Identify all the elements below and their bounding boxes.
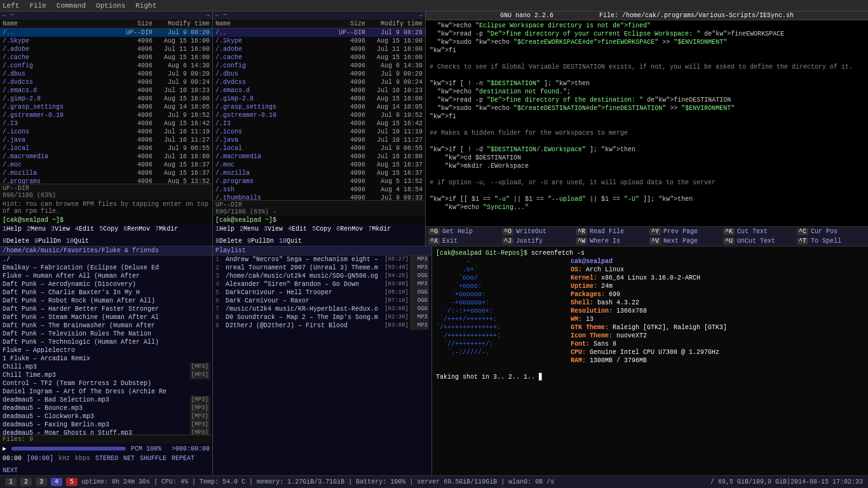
mp-track-row[interactable]: Control – TF2 (Team Fortress 2 Dubstep)	[0, 379, 212, 388]
mp-track-row[interactable]: deadmau5 – Clockwork.mp3[MP3]	[0, 412, 212, 421]
right-fm-row[interactable]: /.dbus4096Jul 9 09:29	[213, 70, 425, 78]
fm-shortcut[interactable]: 7Mkdir	[368, 226, 391, 233]
ws-5[interactable]: 5	[66, 478, 78, 486]
mp-body[interactable]: ./Emalkay – Fabrication (Eclipse (Deluxe…	[0, 255, 212, 435]
mp-track-row[interactable]: deadmau5 – Moar Ghosts n Stuff.mp3[MP3]	[0, 429, 212, 435]
pl-row[interactable]: 8D0 Soundtrack – Map 2 – The Imp's Song.…	[213, 313, 431, 322]
menu-file[interactable]: File	[29, 2, 46, 10]
nano-shortcut[interactable]: ^UUnCut Text	[721, 236, 794, 246]
right-fm-row[interactable]: /.I34096Aug 15 16:42	[213, 119, 425, 128]
pl-row[interactable]: 7/music/ut2k4 music/KR-Hyperblast-Redux.…	[213, 305, 431, 313]
fm-shortcut[interactable]: 9PullDn	[34, 238, 61, 245]
right-fm-row[interactable]: /.config4096Aug 6 14:30	[213, 62, 425, 70]
nano-shortcut[interactable]: ^KCut Text	[721, 227, 794, 236]
mp-track-row[interactable]: deadmau5 – Bad Selection.mp3[MP3]	[0, 396, 212, 404]
mp-track-row[interactable]: Daft Punk – The Brainwasher (Human After	[0, 322, 212, 330]
ws-3[interactable]: 3	[36, 478, 47, 486]
right-fm-row[interactable]: /.emacs.d4096Jul 10 10:23	[213, 86, 425, 95]
pl-row[interactable]: 4Alexander "Siren" Brandon – Go Down[03:…	[213, 280, 431, 288]
mp-track-row[interactable]: Daft Punk – Aerodynamic (Discovery)	[0, 280, 212, 288]
right-fm-row[interactable]: /.ssh4096Aug 4 16:54	[213, 186, 425, 194]
right-fm-row[interactable]: /.local4096Jul 9 06:55	[213, 144, 425, 152]
left-fm-row[interactable]: /.programs4096Aug 5 13:52	[0, 177, 212, 184]
left-fm-row[interactable]: /.local4096Jul 9 06:55	[0, 144, 212, 152]
fm-shortcut[interactable]: 8Delete	[3, 238, 29, 245]
fm-shortcut[interactable]: 6RenMov	[336, 226, 363, 233]
mp-ctrl-net[interactable]: NET	[123, 455, 135, 462]
right-fm-row[interactable]: /.gimp-2.84096Aug 15 16:00	[213, 95, 425, 103]
mp-track-row[interactable]: 1 Fluke – Arcadia Remix	[0, 355, 212, 363]
right-fm-row[interactable]: /.thumbnails4096Jul 9 09:33	[213, 194, 425, 200]
fm-shortcut[interactable]: 3View	[51, 226, 70, 233]
fm-shortcut[interactable]: 10Quit	[66, 238, 89, 245]
fm-shortcut[interactable]: 1Help	[3, 226, 22, 233]
right-fm-row[interactable]: /.cache4096Aug 15 16:00	[213, 53, 425, 62]
right-fm-row[interactable]: /.moc4096Aug 15 16:37	[213, 161, 425, 169]
nano-shortcut[interactable]: ^GGet Help	[426, 227, 499, 236]
term-body[interactable]: [cak@sealpad Git-Repos]$ screenfetch -s …	[432, 247, 868, 475]
ws-1[interactable]: 1	[5, 478, 17, 486]
fm-shortcut[interactable]: 1Help	[215, 226, 234, 233]
fm-shortcut[interactable]: 4Edit	[75, 226, 94, 233]
left-fm-row[interactable]: /.emacs.d4096Jul 10 10:23	[0, 86, 212, 95]
fm-shortcut[interactable]: 8Delete	[215, 238, 242, 245]
right-fm-body[interactable]: /..UP--DIRJul 9 08:28/.Skype4096Aug 15 1…	[213, 29, 425, 200]
right-fm-row[interactable]: /.dvdcss4096Jul 9 09:24	[213, 78, 425, 86]
pl-row[interactable]: 1Andrew "Necros" Sega – mechanism eight …	[213, 255, 431, 264]
nano-shortcut[interactable]: ^OWriteOut	[499, 227, 573, 236]
mp-ctrl-repeat[interactable]: REPEAT	[172, 455, 194, 462]
mp-track-row[interactable]: Emalkay – Fabrication (Eclipse (Deluxe E…	[0, 264, 212, 272]
menu-right[interactable]: Right	[135, 2, 156, 10]
left-fm-row[interactable]: /.dbus4096Jul 9 09:29	[0, 70, 212, 78]
right-fm-row[interactable]: /.Skype4096Aug 15 16:00	[213, 37, 425, 45]
mp-ctrl-next[interactable]: NEXT	[3, 467, 18, 474]
nano-shortcut[interactable]: ^WWhere Is	[573, 236, 647, 246]
right-fm-row[interactable]: /.programs4096Aug 5 13:52	[213, 177, 425, 186]
right-fm-row[interactable]: /.gstreamer-0.104096Jul 9 19:52	[213, 111, 425, 119]
nano-content[interactable]: "kw">echo "Eclipse Workspace directory i…	[426, 20, 868, 226]
mp-track-row[interactable]: Daft Punk – Charlie Baxter's In My H	[0, 288, 212, 297]
left-fm-body[interactable]: /..UP--DIRJul 9 08:20/.Skype4096Aug 15 1…	[0, 29, 212, 184]
mp-track-row[interactable]: Daft Punk – Harder Better Faster Stronge…	[0, 305, 212, 313]
left-fm-row[interactable]: /.moc4096Aug 15 16:37	[0, 161, 212, 169]
mp-track-row[interactable]: Daft Punk – Television Rules The Nation	[0, 330, 212, 338]
left-fm-row[interactable]: /.Skype4096Aug 15 16:00	[0, 37, 212, 45]
left-fm-row[interactable]: /.gstreamer-0.104096Jul 9 19:52	[0, 111, 212, 119]
fm-shortcut[interactable]: 3View	[264, 226, 283, 233]
right-fm-row[interactable]: /..UP--DIRJul 9 08:28	[213, 29, 425, 37]
fm-shortcut[interactable]: 10Quit	[279, 238, 302, 245]
fm-shortcut[interactable]: 5Copy	[312, 226, 331, 233]
left-fm-row[interactable]: /.grasp_settings4096Aug 14 10:05	[0, 103, 212, 111]
right-fm-prompt[interactable]: [cak@sealpad ~]$	[213, 216, 425, 224]
menu-options[interactable]: Options	[96, 2, 125, 10]
menu-command[interactable]: Command	[57, 2, 86, 10]
fm-shortcut[interactable]: 4Edit	[288, 226, 307, 233]
left-fm-row[interactable]: /.dvdcss4096Jul 9 09:24	[0, 78, 212, 86]
fm-shortcut[interactable]: 6RenMov	[123, 226, 150, 233]
left-fm-row[interactable]: /.mozilla4096Aug 15 16:37	[0, 169, 212, 177]
mp-ctrl-shuffle[interactable]: SHUFFLE	[140, 455, 166, 462]
mp-track-row[interactable]: Fluke – Applelectro	[0, 346, 212, 355]
right-fm-row[interactable]: /.icons4096Jul 10 11:19	[213, 128, 425, 136]
nano-shortcut[interactable]: ^TTo Spell	[794, 236, 868, 246]
left-fm-row[interactable]: /.adobe4096Jul 11 16:00	[0, 45, 212, 53]
pl-row[interactable]: 9D2therJ (@D2therJ) – First Blood[03:00]…	[213, 322, 431, 330]
pl-row[interactable]: 5DarkCarnivour – Hell Trooper[08:10]OGG	[213, 288, 431, 297]
left-fm-row[interactable]: /.icons4096Jul 10 11:19	[0, 128, 212, 136]
left-fm-row[interactable]: /.java4096Jul 10 11:27	[0, 136, 212, 144]
fm-shortcut[interactable]: 7Mkdir	[155, 226, 178, 233]
mp-ctrl-stereo[interactable]: STEREO	[95, 455, 118, 462]
mp-track-row[interactable]: Daniel Ingram – Art Of The Dress (Archie…	[0, 388, 212, 396]
fm-shortcut[interactable]: 5Copy	[99, 226, 118, 233]
nano-shortcut[interactable]: ^XExit	[426, 236, 499, 246]
left-fm-row[interactable]: /.I34096Aug 15 16:42	[0, 119, 212, 128]
left-fm-row[interactable]: /.config4096Aug 6 14:30	[0, 62, 212, 70]
mp-track-row[interactable]: Daft Punk – Steam Machine (Human After A…	[0, 313, 212, 322]
left-fm-row[interactable]: /.gimp-2.84096Aug 15 16:00	[0, 95, 212, 103]
fm-shortcut[interactable]: 2Menu	[240, 226, 259, 233]
nano-shortcut[interactable]: ^YPrev Page	[647, 227, 721, 236]
pl-row[interactable]: 2nreal Tournament 2007 (Unreal 3) Theme.…	[213, 264, 431, 272]
mp-track-row[interactable]: deadmau5 – Bounce.mp3[MP3]	[0, 404, 212, 412]
mp-track-row[interactable]: deadmau5 – Faxing Berlin.mp3[MP3]	[0, 421, 212, 429]
mp-time-total[interactable]: [00:00]	[27, 455, 53, 462]
